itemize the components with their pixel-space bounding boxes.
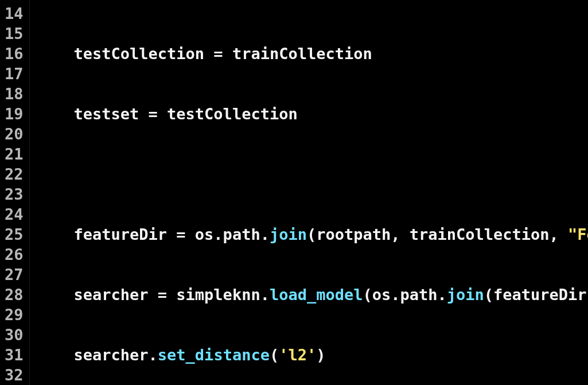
- line-number: 20: [5, 124, 24, 144]
- line-number: 28: [5, 285, 24, 305]
- line-number: 16: [5, 44, 24, 64]
- line-number: 17: [5, 64, 24, 84]
- line-number: 27: [5, 265, 24, 285]
- line-number: 18: [5, 84, 24, 104]
- code-line: testset = testCollection: [37, 104, 588, 124]
- line-number: 19: [5, 104, 24, 124]
- code-line: [37, 164, 588, 184]
- line-number: 32: [5, 365, 24, 385]
- line-number-gutter: 14151617181920212223242526272829303132: [0, 0, 30, 385]
- code-editor: 14151617181920212223242526272829303132 t…: [0, 0, 588, 385]
- code-line: searcher = simpleknn.load_model(os.path.…: [37, 285, 588, 305]
- line-number: 15: [5, 24, 24, 44]
- code-area[interactable]: testCollection = trainCollection testset…: [30, 0, 588, 385]
- line-number: 29: [5, 305, 24, 325]
- line-number: 21: [5, 144, 24, 164]
- code-line: testCollection = trainCollection: [37, 44, 588, 64]
- line-number: 23: [5, 184, 24, 204]
- line-number: 14: [5, 3, 24, 24]
- line-number: 25: [5, 224, 24, 244]
- line-number: 31: [5, 345, 24, 365]
- line-number: 30: [5, 325, 24, 345]
- code-line: searcher.set_distance('l2'): [37, 345, 588, 365]
- code-line: featureDir = os.path.join(rootpath, trai…: [37, 224, 588, 244]
- line-number: 24: [5, 204, 24, 224]
- line-number: 26: [5, 244, 24, 265]
- line-number: 22: [5, 164, 24, 184]
